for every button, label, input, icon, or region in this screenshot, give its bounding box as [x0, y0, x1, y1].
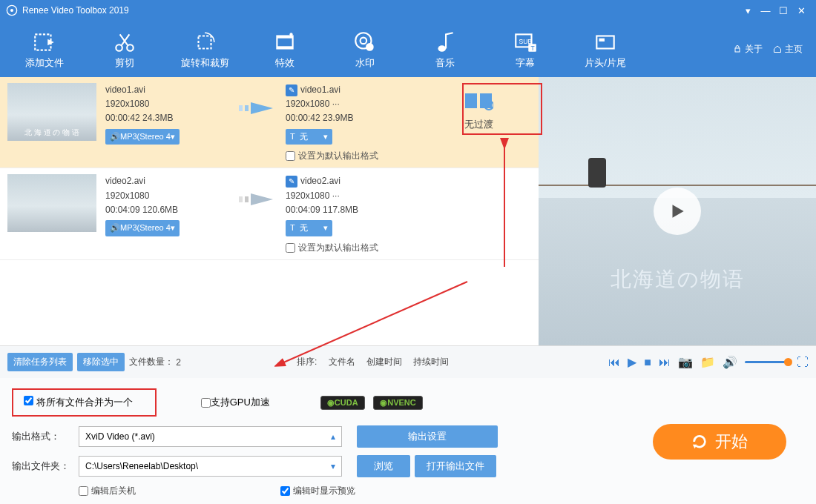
- play-button[interactable]: [654, 188, 701, 235]
- input-resolution: 1920x1080: [105, 97, 226, 111]
- dropdown-icon[interactable]: ▾: [739, 5, 757, 16]
- svg-marker-30: [673, 205, 684, 217]
- output-settings-button[interactable]: 输出设置: [357, 425, 498, 448]
- nvenc-badge: ◉ NVENC: [373, 396, 423, 410]
- tool-rotate-crop[interactable]: 旋转和裁剪: [165, 28, 245, 70]
- tool-label: 音乐: [405, 56, 485, 70]
- remove-selected-button[interactable]: 移除选中: [77, 353, 125, 371]
- subtitle-pill[interactable]: T 无 ▾: [286, 129, 332, 145]
- app-title: Renee Video Toolbox 2019: [22, 5, 129, 16]
- tool-label: 旋转和裁剪: [165, 56, 245, 70]
- svg-rect-27: [239, 196, 243, 202]
- tool-add-file[interactable]: 添加文件: [4, 28, 85, 70]
- output-duration-size: 00:04:09 117.8MB: [286, 203, 434, 217]
- lock-icon: [733, 44, 742, 53]
- svg-point-5: [127, 44, 134, 51]
- tool-intro-outro[interactable]: 片头/片尾: [565, 28, 645, 70]
- home-icon: [773, 44, 782, 53]
- svg-marker-24: [251, 102, 273, 114]
- audio-format-pill[interactable]: 🔊 MP3(Stereo 4 ▾: [105, 129, 180, 145]
- edit-icon[interactable]: ✎: [286, 84, 297, 96]
- output-resolution: 1920x1080 ···: [286, 97, 434, 111]
- preview-pane: 北海道の物语: [539, 77, 816, 345]
- merge-all-checkbox[interactable]: [24, 396, 33, 405]
- tool-label: 水印: [325, 56, 405, 70]
- svg-rect-9: [277, 46, 292, 48]
- input-filename: video2.avi: [105, 174, 226, 188]
- home-link[interactable]: 主页: [773, 43, 803, 56]
- svg-rect-21: [735, 48, 740, 52]
- convert-arrow-icon: [226, 83, 286, 163]
- close-button[interactable]: ✕: [792, 5, 810, 16]
- svg-point-12: [361, 38, 367, 44]
- output-folder-combo[interactable]: C:\Users\Reneelab\Desktop\▾: [79, 456, 342, 477]
- scissors-icon: [112, 30, 137, 55]
- tool-label: 添加文件: [4, 56, 85, 70]
- stop-button[interactable]: ■: [644, 356, 651, 369]
- play-control-button[interactable]: ▶: [628, 355, 636, 369]
- output-format-combo[interactable]: XviD Video (*.avi)▴: [79, 426, 342, 447]
- list-controls-bar: 清除任务列表 移除选中 文件数量： 2 排序: 文件名 创建时间 持续时间 ⏮ …: [0, 345, 816, 378]
- browse-button[interactable]: 浏览: [357, 455, 410, 477]
- minimize-button[interactable]: —: [757, 5, 774, 16]
- start-button[interactable]: 开始: [653, 424, 786, 460]
- svg-marker-29: [251, 193, 273, 205]
- about-link[interactable]: 关于: [733, 43, 763, 56]
- subtitle-pill[interactable]: T 无 ▾: [286, 220, 332, 236]
- sort-by-duration[interactable]: 持续时间: [413, 357, 449, 367]
- set-default-checkbox[interactable]: [286, 243, 295, 253]
- sort-label: 排序:: [297, 357, 317, 367]
- snapshot-button[interactable]: 📷: [678, 355, 693, 369]
- play-icon: [668, 202, 687, 221]
- volume-slider[interactable]: [745, 361, 789, 363]
- tool-music[interactable]: 音乐: [405, 28, 485, 70]
- app-logo-icon: [6, 4, 18, 16]
- video-row[interactable]: video2.avi 1920x1080 00:04:09 120.6MB 🔊 …: [0, 168, 539, 259]
- tool-subtitle[interactable]: SUBT 字幕: [485, 28, 565, 70]
- svg-point-4: [116, 44, 122, 51]
- cuda-badge: ◉ CUDA: [320, 396, 365, 410]
- shutdown-checkbox[interactable]: [79, 486, 88, 496]
- preview-edit-checkbox[interactable]: [280, 486, 290, 496]
- output-format-label: 输出格式：: [12, 430, 79, 443]
- merge-highlight-frame: 将所有文件合并为一个: [12, 388, 157, 417]
- open-output-button[interactable]: 打开输出文件: [415, 455, 496, 477]
- transition-icon[interactable]: +: [464, 90, 493, 111]
- thumbnail: [7, 174, 96, 232]
- refresh-icon: [691, 434, 708, 450]
- svg-point-1: [10, 9, 13, 12]
- subtitle-icon: SUBT: [513, 30, 538, 55]
- sort-by-ctime[interactable]: 创建时间: [366, 357, 402, 367]
- svg-rect-19: [596, 36, 613, 49]
- open-folder-button[interactable]: 📁: [700, 355, 715, 369]
- merge-all-label: 将所有文件合并为一个: [36, 397, 133, 408]
- preview-caption: 北海道の物语: [539, 265, 816, 294]
- tool-cut[interactable]: 剪切: [85, 28, 165, 70]
- chevron-down-icon: ▾: [331, 461, 335, 471]
- maximize-button[interactable]: ☐: [774, 5, 792, 16]
- sort-by-name[interactable]: 文件名: [329, 357, 355, 367]
- svg-rect-6: [199, 36, 211, 49]
- effects-icon: [272, 30, 297, 55]
- output-filename: video2.avi: [300, 176, 340, 186]
- clear-list-button[interactable]: 清除任务列表: [7, 353, 73, 371]
- watermark-icon: [352, 30, 378, 55]
- svg-rect-28: [245, 196, 249, 202]
- edit-icon[interactable]: ✎: [286, 176, 297, 188]
- prev-button[interactable]: ⏮: [608, 356, 620, 369]
- tool-label: 字幕: [485, 56, 565, 70]
- next-button[interactable]: ⏭: [659, 356, 671, 369]
- svg-point-10: [289, 33, 292, 36]
- title-bar: Renee Video Toolbox 2019 ▾ — ☐ ✕: [0, 0, 816, 21]
- volume-icon[interactable]: 🔊: [723, 355, 737, 369]
- add-file-icon: [32, 30, 57, 55]
- fullscreen-button[interactable]: ⛶: [797, 356, 809, 369]
- tool-watermark[interactable]: 水印: [325, 28, 405, 70]
- set-default-checkbox[interactable]: [286, 151, 295, 161]
- gpu-accel-checkbox[interactable]: [201, 398, 211, 408]
- file-count-label: 文件数量：: [129, 356, 174, 368]
- video-row[interactable]: 北 海 道 の 物 语 video1.avi 1920x1080 00:00:4…: [0, 77, 539, 168]
- tool-effects[interactable]: 特效: [245, 28, 325, 70]
- audio-format-pill[interactable]: 🔊 MP3(Stereo 4 ▾: [105, 220, 180, 236]
- output-folder-label: 输出文件夹：: [12, 460, 79, 473]
